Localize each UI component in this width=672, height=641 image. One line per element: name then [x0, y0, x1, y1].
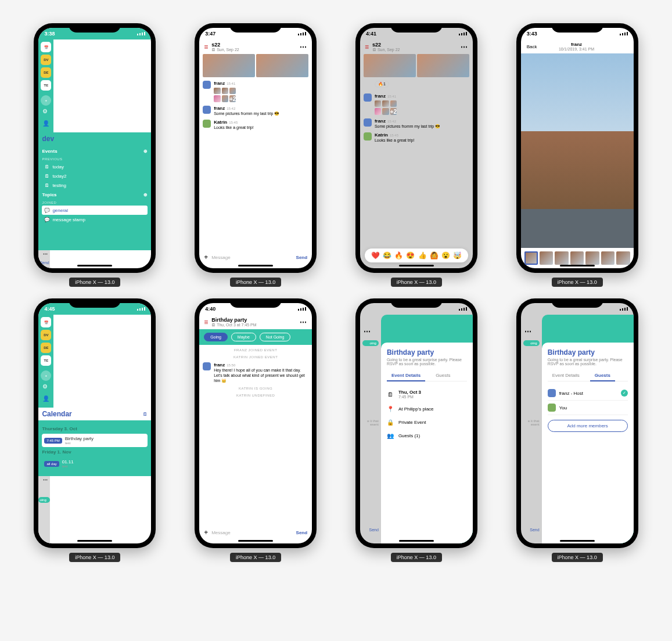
home-indicator[interactable]	[77, 265, 112, 267]
photo-thumb[interactable]	[555, 251, 568, 265]
topic-item[interactable]: 💬message stamp	[42, 215, 148, 224]
send-button[interactable]: Send	[296, 255, 308, 260]
menu-icon[interactable]: ≡	[365, 43, 369, 51]
more-icon[interactable]: ⋯	[38, 476, 50, 483]
guest-row[interactable]: franz - Host ✓	[548, 386, 628, 401]
calendar-event[interactable]: 7:45 PM Birthday partytest	[42, 434, 148, 447]
add-workspace-button[interactable]: +	[41, 95, 51, 106]
add-topic-icon[interactable]: ⊕	[143, 192, 148, 197]
profile-icon[interactable]: 👤	[42, 395, 49, 402]
profile-icon[interactable]: 👤	[42, 120, 49, 127]
image-more-count[interactable]: +2	[229, 95, 236, 102]
reaction-heart-eyes[interactable]: 😍	[406, 251, 415, 260]
event-item[interactable]: 🗓today2	[42, 171, 148, 181]
reaction-thumbs-up[interactable]: 👍	[418, 251, 427, 260]
guest-row[interactable]: You	[548, 401, 628, 415]
avatar[interactable]	[203, 362, 211, 370]
home-indicator[interactable]	[399, 540, 434, 542]
more-icon[interactable]: ⋯	[461, 43, 468, 51]
photo-thumb[interactable]	[585, 251, 599, 265]
photo-thumb[interactable]	[601, 251, 614, 265]
message: franz15:42 Some pictures fromm my last t…	[203, 106, 308, 116]
image-thumb[interactable]	[229, 88, 236, 94]
photo-thumb[interactable]	[616, 251, 630, 265]
add-event-icon[interactable]: ⊕	[143, 149, 148, 154]
tab-event-details[interactable]: Event Details	[548, 370, 584, 381]
photo-full[interactable]	[521, 53, 634, 248]
calendar-icon[interactable]: 📅	[41, 42, 51, 52]
event-item[interactable]: 🗓today	[42, 162, 148, 171]
calendar-list[interactable]: Thursday 3. Oct 7:45 PM Birthday partyte…	[38, 420, 151, 476]
back-button[interactable]: Back	[527, 44, 537, 49]
home-indicator[interactable]	[77, 540, 112, 542]
workspace-badge-te[interactable]: TE	[41, 355, 51, 366]
photo-thumb[interactable]	[540, 251, 553, 265]
rsvp-not-going-button[interactable]: Not Going	[260, 333, 291, 341]
chat-title[interactable]: s22	[211, 42, 296, 48]
topic-item-selected[interactable]: 💬general	[42, 206, 148, 215]
event-item[interactable]: 🗓testing	[42, 181, 148, 190]
reaction-wow[interactable]: 😮	[441, 251, 450, 260]
photo-thumb[interactable]	[570, 251, 584, 265]
sheet-backdrop[interactable]: Birthday party Going to be a great surpr…	[542, 315, 634, 543]
settings-icon[interactable]: ⚙	[42, 108, 49, 114]
avatar[interactable]	[203, 106, 211, 114]
event-title[interactable]: Birthday party	[211, 317, 296, 323]
menu-icon[interactable]: ≡	[204, 43, 208, 51]
attach-icon[interactable]: +	[204, 253, 208, 261]
tab-event-details[interactable]: Event Details	[387, 370, 425, 381]
reaction-chip[interactable]: 🔥1	[375, 81, 389, 88]
rsvp-maybe-button[interactable]: Maybe	[231, 333, 256, 341]
avatar[interactable]	[203, 81, 211, 89]
device-label: iPhone X — 13.0	[230, 553, 281, 562]
chat-messages[interactable]: franz15:41 +2 franz15:42 Some pictures f…	[199, 54, 312, 250]
more-icon[interactable]: ⋯	[300, 318, 307, 326]
reaction-fire[interactable]: 🔥	[394, 251, 403, 260]
avatar[interactable]	[203, 120, 211, 128]
add-workspace-button[interactable]: +	[41, 370, 51, 381]
image-thumb[interactable]	[222, 95, 228, 102]
status-time: 4:40	[205, 306, 215, 312]
home-indicator[interactable]	[238, 540, 273, 542]
send-label[interactable]: Send	[38, 257, 50, 268]
photo-timestamp: 10/1/2019, 3:41 PM	[537, 47, 616, 51]
home-indicator[interactable]	[238, 265, 273, 267]
reaction-laugh[interactable]: 😂	[383, 251, 391, 260]
home-indicator[interactable]	[560, 265, 595, 267]
more-icon: ⋯	[360, 326, 381, 337]
image-thumb[interactable]	[222, 88, 228, 94]
reaction-ok[interactable]: 🙆	[430, 251, 439, 260]
detail-guests-row[interactable]: 👥Guests (1)	[387, 429, 467, 442]
workspace-badge-de[interactable]: DE	[41, 343, 51, 353]
sheet-backdrop[interactable]: Birthday party Going to be a great surpr…	[381, 315, 473, 543]
home-indicator[interactable]	[560, 540, 595, 542]
add-members-button[interactable]: Add more members	[548, 420, 628, 432]
rsvp-going-button[interactable]: Going	[204, 333, 228, 341]
calendar-add-icon[interactable]: 🗓	[143, 412, 148, 417]
more-icon[interactable]: ⋯	[38, 250, 50, 257]
more-icon[interactable]: ⋯	[300, 43, 307, 51]
settings-icon[interactable]: ⚙	[42, 383, 49, 390]
send-button[interactable]: Send	[296, 530, 308, 535]
image-thumb[interactable]	[214, 88, 220, 94]
photo-thumb[interactable]	[524, 251, 538, 265]
reaction-mind-blown[interactable]: 🤯	[453, 251, 462, 260]
image-row[interactable]	[203, 54, 308, 77]
menu-icon[interactable]: ≡	[204, 318, 208, 326]
workspace-badge-te[interactable]: TE	[41, 80, 51, 91]
message-input[interactable]: Message	[211, 255, 292, 260]
workspace-badge-dv[interactable]: DV	[41, 330, 51, 340]
image-grid[interactable]: +2	[214, 88, 236, 102]
workspace-badge-de[interactable]: DE	[41, 67, 51, 78]
home-indicator[interactable]	[399, 265, 434, 267]
message-input[interactable]: Message	[211, 530, 292, 535]
tab-guests[interactable]: Guests	[590, 370, 615, 381]
attach-icon[interactable]: +	[204, 528, 208, 536]
calendar-event[interactable]: all day 01.11test	[42, 457, 148, 470]
reaction-heart[interactable]: ❤️	[371, 251, 380, 260]
workspace-badge-dv[interactable]: DV	[41, 55, 51, 65]
chat-messages[interactable]: FRANZ JOINED EVENT KATRIN JOINED EVENT f…	[199, 345, 312, 525]
image-thumb[interactable]	[214, 95, 220, 102]
calendar-icon[interactable]: 📅	[41, 317, 51, 327]
tab-guests[interactable]: Guests	[431, 370, 455, 381]
